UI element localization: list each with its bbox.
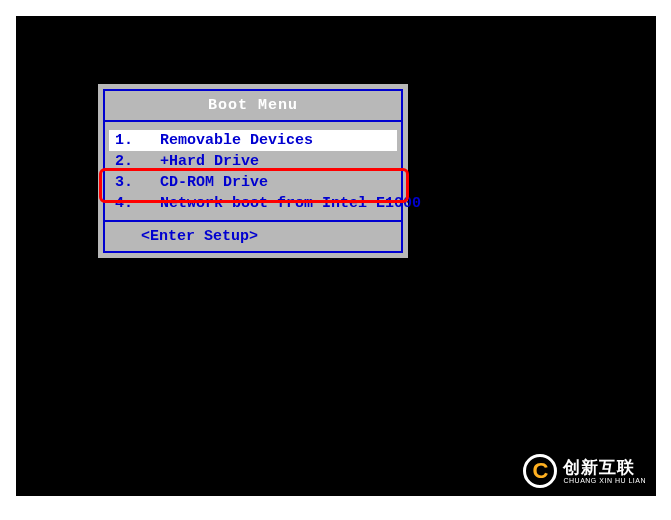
- watermark-text: 创新互联 CHUANG XIN HU LIAN: [563, 459, 646, 484]
- enter-setup-option[interactable]: <Enter Setup>: [103, 222, 403, 253]
- boot-menu-title: Boot Menu: [103, 89, 403, 122]
- watermark-icon: C: [523, 454, 557, 488]
- watermark-logo: C 创新互联 CHUANG XIN HU LIAN: [523, 454, 646, 488]
- boot-option-network[interactable]: 4. Network boot from Intel E1000: [109, 193, 397, 214]
- watermark-sub-text: CHUANG XIN HU LIAN: [563, 477, 646, 484]
- boot-option-removable[interactable]: 1. Removable Devices: [109, 130, 397, 151]
- boot-option-cdrom[interactable]: 3. CD-ROM Drive: [109, 172, 397, 193]
- watermark-main-text: 创新互联: [563, 459, 646, 477]
- boot-menu-body: 1. Removable Devices 2. +Hard Drive 3. C…: [103, 122, 403, 222]
- boot-menu-container: Boot Menu 1. Removable Devices 2. +Hard …: [98, 84, 408, 258]
- bios-screen: Boot Menu 1. Removable Devices 2. +Hard …: [16, 16, 656, 496]
- boot-option-hard-drive[interactable]: 2. +Hard Drive: [109, 151, 397, 172]
